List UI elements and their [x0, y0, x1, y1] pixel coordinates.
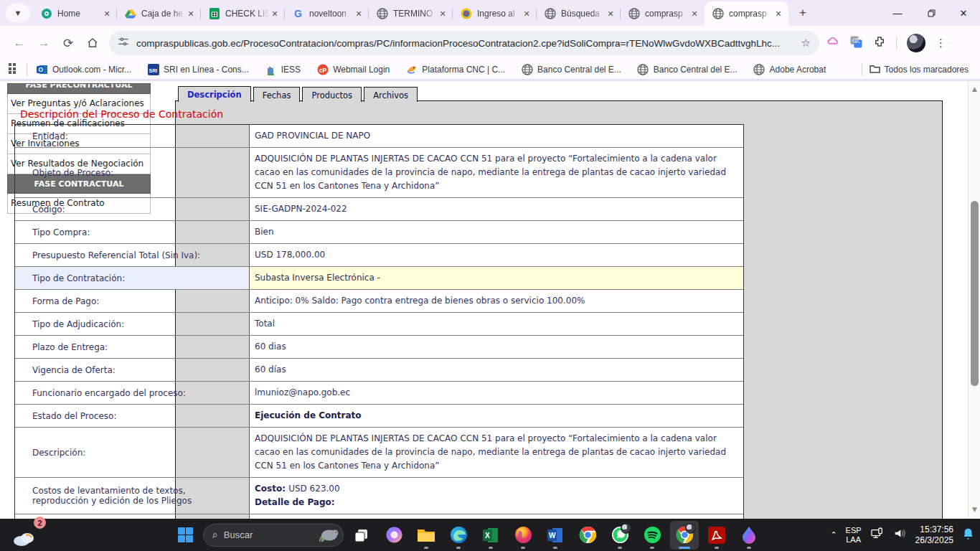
- row-value: lmunioz@napo.gob.ec: [250, 382, 743, 404]
- tab-close-icon[interactable]: ✕: [269, 8, 281, 19]
- firefox-button[interactable]: [509, 521, 537, 550]
- excel-button[interactable]: X: [476, 521, 505, 550]
- copilot-button[interactable]: [380, 521, 408, 550]
- browser-tab[interactable]: Gnoveltoon✕: [285, 1, 369, 26]
- content-tab-fechas[interactable]: Fechas: [253, 87, 301, 102]
- edge-button[interactable]: [444, 521, 473, 550]
- whatsapp-button[interactable]: [606, 521, 634, 550]
- content-tab-descripcion[interactable]: Descripción: [178, 86, 251, 102]
- running-indicator: [679, 547, 690, 549]
- browser-tab[interactable]: CHECK LIS✕: [201, 1, 285, 26]
- bookmark-item[interactable]: IESS: [265, 64, 301, 76]
- browser-tab[interactable]: Caja de he✕: [117, 1, 201, 26]
- bookmark-item[interactable]: Adobe Acrobat: [753, 64, 826, 76]
- row-value: Ejecución de Contrato: [250, 405, 743, 427]
- row-value: Subasta Inversa Electrónica -: [250, 267, 743, 289]
- scroll-up-icon[interactable]: ▲: [969, 85, 980, 93]
- tab-close-icon[interactable]: ✕: [521, 8, 532, 19]
- tab-title: CHECK LIS: [225, 9, 269, 19]
- svg-text:SRI: SRI: [149, 68, 157, 73]
- content-tab-productos[interactable]: Productos: [302, 87, 362, 102]
- row-label: Costos de levantamiento de textos,reprod…: [15, 478, 250, 514]
- chrome-button[interactable]: [573, 521, 602, 550]
- browser-tab[interactable]: TERMINO✕: [369, 1, 453, 26]
- volume-icon[interactable]: [893, 527, 907, 542]
- forward-icon[interactable]: →: [32, 31, 56, 55]
- file-explorer-button[interactable]: [412, 521, 440, 550]
- tab-close-icon[interactable]: ✕: [689, 8, 700, 19]
- tab-search-button[interactable]: ▼: [6, 4, 30, 22]
- row-value: ADQUISICIÓN DE PLANTAS INJERTAS DE CACAO…: [250, 148, 743, 197]
- scroll-down-icon[interactable]: ▼: [969, 506, 980, 513]
- clock[interactable]: 15:37:56 26/3/2025: [915, 524, 953, 546]
- table-row: Entidad:GAD PROVINCIAL DE NAPO: [15, 125, 743, 148]
- back-icon[interactable]: ←: [7, 31, 32, 55]
- scrollbar-thumb[interactable]: [971, 201, 979, 386]
- language-indicator[interactable]: ESP LAA: [846, 526, 862, 545]
- start-button[interactable]: [171, 521, 199, 550]
- row-value: Anticipo: 0% Saldo: Pago contra entrega …: [250, 290, 743, 312]
- profile-avatar[interactable]: [907, 34, 925, 52]
- tab-close-icon[interactable]: ✕: [437, 8, 448, 19]
- new-tab-button[interactable]: +: [793, 3, 813, 23]
- bookmark-star-icon[interactable]: ☆: [801, 37, 811, 50]
- tab-title: comprasp: [645, 9, 689, 19]
- content-tab-archivos[interactable]: Archivos: [364, 87, 418, 102]
- spotify-button[interactable]: [638, 521, 666, 550]
- bookmark-item[interactable]: Plataforma CNC | C...: [405, 64, 505, 76]
- tab-title: TERMINO: [393, 9, 437, 19]
- table-row: Costos de levantamiento de textos,reprod…: [15, 478, 743, 514]
- extensions-puzzle-icon[interactable]: [873, 35, 886, 51]
- bookmark-item[interactable]: cPWebmail Login: [316, 64, 390, 76]
- all-bookmarks-button[interactable]: Todos los marcadores: [870, 64, 969, 75]
- minimize-button[interactable]: —: [881, 0, 914, 26]
- search-highlight-image[interactable]: [311, 526, 340, 545]
- home-icon[interactable]: [80, 31, 105, 55]
- translate-icon[interactable]: 文G: [849, 35, 863, 52]
- bookmark-item[interactable]: OOutlook.com - Micr...: [36, 64, 131, 76]
- tray-chevron-icon[interactable]: ⌃: [830, 530, 837, 540]
- restore-button[interactable]: [914, 0, 947, 26]
- row-value: 60 dias: [250, 336, 743, 358]
- tab-title: noveltoon: [309, 9, 353, 19]
- close-window-button[interactable]: ✕: [947, 0, 980, 26]
- task-view-button[interactable]: [347, 521, 376, 550]
- browser-tab[interactable]: Home✕: [33, 1, 117, 26]
- weather-widget[interactable]: 2: [11, 521, 43, 550]
- page-scrollbar[interactable]: ▲ ▼: [968, 81, 980, 519]
- bookmark-item[interactable]: Banco Central del E...: [521, 64, 621, 76]
- browser-tab[interactable]: comprasp✕: [705, 1, 788, 26]
- extension-pink-icon[interactable]: [826, 35, 839, 51]
- tab-close-icon[interactable]: ✕: [773, 8, 784, 19]
- tab-close-icon[interactable]: ✕: [185, 8, 197, 19]
- table-row: Tipo Compra:Bien: [15, 221, 743, 244]
- word-button[interactable]: W: [541, 521, 570, 550]
- browser-tab[interactable]: Ingreso al✕: [453, 1, 537, 26]
- url-bar[interactable]: compraspublicas.gob.ec/ProcesoContrataci…: [109, 31, 819, 55]
- tab-close-icon[interactable]: ✕: [605, 8, 616, 19]
- bookmark-item[interactable]: Banco Central del E...: [637, 64, 738, 76]
- chrome-profile-button[interactable]: [670, 521, 699, 550]
- running-indicator: [650, 547, 654, 549]
- browser-tab[interactable]: Búsqueda✕: [537, 1, 621, 26]
- network-icon[interactable]: [870, 527, 885, 543]
- tab-close-icon[interactable]: ✕: [101, 8, 113, 19]
- notification-bell-icon[interactable]: [962, 527, 974, 543]
- browser-tab[interactable]: comprasp✕: [621, 1, 705, 26]
- site-settings-icon[interactable]: [118, 36, 129, 50]
- acrobat-button[interactable]: [702, 521, 731, 550]
- tab-close-icon[interactable]: ✕: [353, 8, 364, 19]
- paint-button[interactable]: [735, 521, 763, 550]
- bookmark-item[interactable]: SRISRI en Línea - Cons...: [147, 64, 249, 76]
- url-text[interactable]: compraspublicas.gob.ec/ProcesoContrataci…: [136, 38, 801, 49]
- row-label: Tipo de Contratación:: [15, 267, 250, 289]
- taskbar-search[interactable]: ⌕Buscar: [203, 524, 344, 547]
- row-value: ADQUISICIÓN DE PLANTAS INJERTAS DE CACAO…: [250, 428, 743, 477]
- apps-grid-icon[interactable]: [9, 63, 19, 77]
- reload-icon[interactable]: ⟳: [56, 31, 80, 55]
- svg-text:G: G: [852, 37, 857, 43]
- search-placeholder: Buscar: [224, 529, 306, 540]
- menu-kebab-icon[interactable]: ⋮: [936, 37, 946, 50]
- running-indicator: [553, 547, 557, 549]
- tab-title: comprasp: [729, 9, 773, 19]
